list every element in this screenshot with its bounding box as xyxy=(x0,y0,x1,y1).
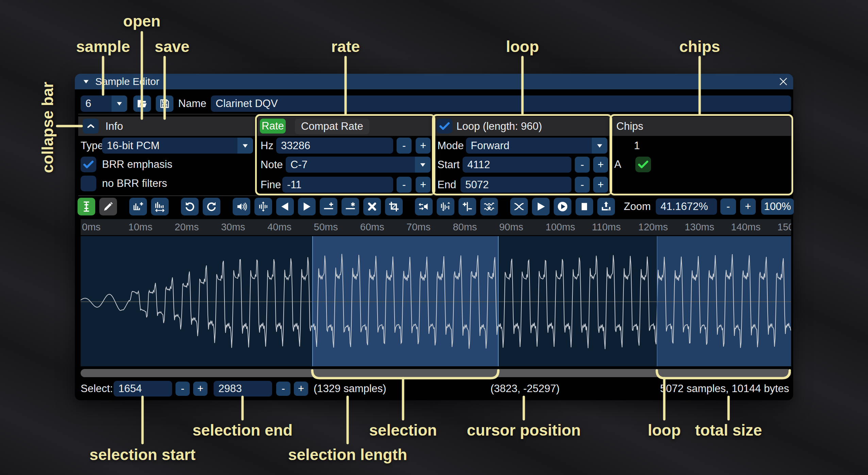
wave-plus-icon xyxy=(133,201,144,212)
window-collapse-icon[interactable] xyxy=(82,78,90,85)
selection-start-input[interactable]: 1654 xyxy=(114,381,172,397)
chevron-down-icon[interactable] xyxy=(415,157,431,173)
resize-button[interactable] xyxy=(129,198,147,215)
horizontal-scrollbar[interactable] xyxy=(81,369,791,377)
normalize-button[interactable] xyxy=(254,198,272,215)
page-background: open sample save rate loop chips collaps… xyxy=(0,0,868,475)
speaker-swap-icon xyxy=(418,201,429,212)
hz-minus-button[interactable]: - xyxy=(397,138,412,154)
check-icon xyxy=(438,120,451,132)
chevron-down-icon[interactable] xyxy=(237,138,253,154)
info-collapse-button[interactable] xyxy=(83,119,99,134)
loop-start-input[interactable]: 4112 xyxy=(463,157,571,173)
tri-right-icon xyxy=(301,201,312,212)
delete-button[interactable] xyxy=(363,198,381,215)
chevron-down-icon[interactable] xyxy=(112,95,127,112)
note-select[interactable]: C-7 xyxy=(286,157,431,173)
trim-button[interactable] xyxy=(385,198,403,215)
fine-input[interactable]: -11 xyxy=(282,177,393,193)
loop-end-minus-button[interactable]: - xyxy=(575,177,590,193)
zoom-input[interactable]: 41.1672% xyxy=(656,198,717,215)
ruler-tick: 20ms xyxy=(175,222,199,233)
selection-end-plus-button[interactable]: + xyxy=(294,382,308,396)
loop-start-plus-button[interactable]: + xyxy=(593,157,608,173)
titlebar[interactable]: Sample Editor xyxy=(75,74,793,89)
invert-button[interactable] xyxy=(437,198,454,215)
selection-start-edge[interactable] xyxy=(312,236,313,366)
edit-mode-select-button[interactable] xyxy=(78,198,95,215)
ruler-tick: 120ms xyxy=(638,222,668,233)
resample-button[interactable] xyxy=(151,198,169,215)
fine-minus-button[interactable]: - xyxy=(397,177,412,193)
sample-selector[interactable]: 6 xyxy=(81,95,127,112)
wave-invert-icon xyxy=(440,201,451,212)
loop-panel-title: Loop (length: 960) xyxy=(456,120,542,133)
preview-loop-button[interactable] xyxy=(554,198,571,215)
type-select[interactable]: 16-bit PCM xyxy=(102,138,253,154)
no-brr-filters-checkbox[interactable] xyxy=(81,176,96,191)
fine-plus-button[interactable]: + xyxy=(416,177,431,193)
loop-panel-header: Loop (length: 960) xyxy=(435,117,610,136)
selection-start-minus-button[interactable]: - xyxy=(176,382,190,396)
loop-start-minus-button[interactable]: - xyxy=(575,157,590,173)
apply-silence-button[interactable] xyxy=(341,198,359,215)
selection-end-edge[interactable] xyxy=(498,236,499,366)
annotation-rate: rate xyxy=(331,37,360,56)
rate-panel-title[interactable]: Compat Rate xyxy=(295,119,369,134)
amplify-button[interactable] xyxy=(233,198,250,215)
type-value: 16-bit PCM xyxy=(107,140,160,152)
stop-icon xyxy=(579,201,590,212)
line-star-icon xyxy=(345,201,356,212)
chip-enable-checkbox[interactable] xyxy=(635,157,651,172)
brr-emphasis-checkbox[interactable] xyxy=(81,157,96,172)
ruler-tick: 130ms xyxy=(685,222,714,233)
crossfade-loop-button[interactable] xyxy=(510,198,528,215)
insert-silence-button[interactable] xyxy=(320,198,337,215)
reverse-button[interactable] xyxy=(415,198,433,215)
preview-button[interactable] xyxy=(532,198,550,215)
cursor-position-text: (3823, -25297) xyxy=(490,380,560,398)
annotation-selection-start: selection start xyxy=(89,445,196,464)
undo-button[interactable] xyxy=(181,198,199,215)
waveform-display[interactable] xyxy=(81,236,791,366)
redo-button[interactable] xyxy=(203,198,220,215)
floppy-disk-icon xyxy=(160,99,170,109)
annotation-selection: selection xyxy=(369,421,437,439)
stop-preview-button[interactable] xyxy=(575,198,593,215)
hz-plus-button[interactable]: + xyxy=(416,138,431,154)
selection-start-plus-button[interactable]: + xyxy=(193,382,207,396)
check-icon xyxy=(637,158,649,171)
save-button[interactable] xyxy=(156,95,173,112)
create-instrument-button[interactable] xyxy=(597,198,615,215)
loop-end-input[interactable]: 5072 xyxy=(461,177,571,193)
loop-end-plus-button[interactable]: + xyxy=(593,177,608,193)
wave-stretch-icon xyxy=(154,201,165,212)
fade-in-button[interactable] xyxy=(276,198,294,215)
loop-mode-value: Forward xyxy=(471,140,510,152)
selection-end-minus-button[interactable]: - xyxy=(276,382,290,396)
folder-open-icon xyxy=(137,98,148,109)
close-icon[interactable] xyxy=(778,76,788,87)
ruler-tick: 110ms xyxy=(592,222,621,233)
zoom-out-button[interactable]: - xyxy=(720,198,736,215)
selection-end-input[interactable]: 2983 xyxy=(214,381,272,397)
ruler-tick: 40ms xyxy=(267,222,291,233)
loop-enable-checkbox[interactable] xyxy=(437,119,452,134)
zoom-reset-button[interactable]: 100% xyxy=(761,198,794,215)
signed-unsigned-button[interactable] xyxy=(458,198,476,215)
loop-start-edge[interactable] xyxy=(657,236,657,366)
loop-mode-select[interactable]: Forward xyxy=(466,138,607,154)
sample-selector-value: 6 xyxy=(85,98,91,110)
name-input[interactable]: Clarinet DQV xyxy=(211,95,791,112)
chevron-down-icon[interactable] xyxy=(592,138,607,154)
edit-mode-draw-button[interactable] xyxy=(99,198,117,215)
fade-out-button[interactable] xyxy=(298,198,316,215)
annotation-save: save xyxy=(155,37,189,56)
zoom-in-button[interactable]: + xyxy=(740,198,756,215)
wave-vert-icon xyxy=(258,201,269,212)
pencil-icon xyxy=(103,201,114,212)
rate-badge-button[interactable]: Rate xyxy=(260,119,286,134)
apply-filter-button[interactable] xyxy=(480,198,498,215)
open-button[interactable] xyxy=(133,95,151,112)
hz-input[interactable]: 33286 xyxy=(276,138,393,154)
